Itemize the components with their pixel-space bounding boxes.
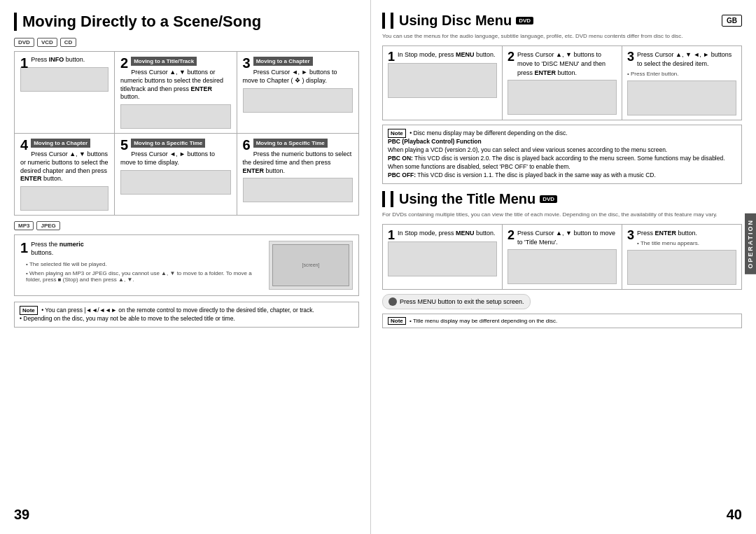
- press-numeric-step: 1: [20, 241, 28, 255]
- tag-cd: CD: [60, 38, 77, 47]
- step-4-image: [20, 186, 108, 211]
- step-1-number: 1: [20, 56, 28, 70]
- disc-step-1-text: In Stop mode, press MENU button.: [398, 50, 497, 59]
- step-2-number: 2: [120, 56, 128, 70]
- operation-bar: OPERATION: [745, 213, 756, 274]
- title-step-3-text: Press ENTER button.: [637, 229, 736, 238]
- note-box-disc: Note • Disc menu display may be differen…: [382, 125, 742, 184]
- note-label-left: Note: [20, 306, 38, 315]
- step-3-number: 3: [243, 56, 251, 70]
- note-disc-line1: • Disc menu display may be different dep…: [410, 129, 567, 136]
- circle-icon: [388, 297, 397, 306]
- pbc-off: PBC OFF: This VCD disc is version 1.1. T…: [388, 171, 656, 178]
- pbc-label: PBC (Playback Control) Function: [388, 138, 482, 145]
- tag-vcd: VCD: [37, 38, 57, 47]
- disc-step-2-image: [507, 80, 617, 115]
- title-step-1-text: In Stop mode, press MENU button.: [398, 229, 497, 238]
- disc-step-1-image: [388, 63, 497, 98]
- steps-row-1: 1 Press INFO button. Moving to a Title/T…: [15, 52, 358, 134]
- step-1-cell: 1 Press INFO button.: [15, 52, 115, 133]
- disc-menu-steps: 1 In Stop mode, press MENU button. 2 Pre…: [382, 45, 742, 120]
- step-2-cell: Moving to a Title/Track 2 Press Cursor ▲…: [115, 52, 237, 133]
- disc-step-3-text: Press Cursor ▲, ▼ ◄, ► buttons to select…: [637, 50, 736, 68]
- disc-menu-title-text: Using Disc Menu: [391, 13, 512, 29]
- note-title-text: • Title menu display may be different de…: [410, 318, 557, 324]
- press-numeric-label: 1 Press the numericbuttons.: [20, 241, 262, 257]
- tag-jpeg: JPEG: [36, 221, 59, 230]
- note-label-disc: Note: [388, 129, 406, 138]
- disc-step-2: 2 Press Cursor ▲, ▼ buttons to move to '…: [503, 46, 622, 120]
- step-1-image: [20, 67, 108, 92]
- step-1-text: Press INFO button.: [20, 56, 108, 64]
- step-4-number: 4: [20, 138, 28, 152]
- disc-step-3-image: [627, 80, 736, 115]
- step-2-image: [120, 104, 231, 129]
- mp3-screen-thumb: [screen]: [272, 244, 349, 286]
- disc-step-2-text: Press Cursor ▲, ▼ buttons to move to 'DI…: [517, 50, 617, 77]
- mp3-note-1: • The selected file will be played.: [20, 261, 262, 267]
- disc-menu-badge: DVD: [516, 17, 533, 24]
- press-menu-note-text: Press MENU button to exit the setup scre…: [400, 298, 524, 305]
- title-step-1-image: [388, 241, 497, 276]
- pbc-desc: When playing a VCD (version 2.0), you ca…: [388, 146, 667, 153]
- right-page: Using Disc Menu DVD GB You can use the m…: [371, 0, 756, 534]
- step-5-number: 5: [120, 138, 128, 152]
- note-box-title: Note • Title menu display may be differe…: [382, 314, 742, 328]
- steps-row-2: Moving to a Chapter 4 Press Cursor ▲, ▼ …: [15, 134, 358, 215]
- tags-row-2: MP3 JPEG: [14, 221, 359, 230]
- title-step-2-number: 2: [507, 229, 514, 241]
- moving-chapter-header1: Moving to a Chapter: [253, 57, 313, 66]
- moving-title-header: Moving to a Title/Track: [131, 57, 197, 66]
- disc-menu-header-row: Using Disc Menu DVD GB: [382, 13, 742, 29]
- disc-step-1-number: 1: [388, 50, 395, 63]
- note-text-2: • Depending on the disc, you may not be …: [20, 315, 235, 322]
- title-step-2: 2 Press Cursor ▲, ▼ button to move to 'T…: [503, 225, 622, 289]
- steps-grid-row1: 1 Press INFO button. Moving to a Title/T…: [14, 51, 359, 216]
- mp3-note-2: • When playing an MP3 or JPEG disc, you …: [20, 270, 262, 283]
- press-menu-note: Press MENU button to exit the setup scre…: [382, 294, 531, 309]
- mp3-section: 1 Press the numericbuttons. • The select…: [14, 234, 359, 296]
- left-page-title: Moving Directly to a Scene/Song: [14, 13, 359, 31]
- title-step-1-number: 1: [388, 229, 395, 241]
- title-menu-title: Using the Title Menu DVD: [382, 191, 742, 207]
- title-menu-steps: 1 In Stop mode, press MENU button. 2 Pre…: [382, 224, 742, 290]
- page-number-left: 39: [14, 507, 29, 523]
- moving-chapter-header2: Moving to a Chapter: [31, 139, 90, 148]
- title-menu-badge: DVD: [540, 195, 557, 203]
- step-6-image: [243, 178, 354, 202]
- moving-specific-header2: Moving to a Specific Time: [253, 139, 328, 148]
- gb-badge: GB: [722, 15, 742, 27]
- left-page: Moving Directly to a Scene/Song DVD VCD …: [0, 0, 371, 534]
- tag-mp3: MP3: [14, 221, 34, 230]
- title-menu-subtitle: For DVDs containing multiple titles, you…: [382, 211, 742, 218]
- tags-row-1: DVD VCD CD: [14, 38, 359, 47]
- step-3-image: [243, 88, 354, 113]
- step-6-cell: Moving to a Specific Time 6 Press the nu…: [237, 134, 359, 215]
- disc-step-3-number: 3: [627, 50, 634, 63]
- disc-step-1: 1 In Stop mode, press MENU button.: [383, 46, 503, 120]
- title-step-2-text: Press Cursor ▲, ▼ button to move to 'Tit…: [517, 229, 617, 246]
- title-step-2-image: [507, 249, 617, 284]
- disc-step-3: 3 Press Cursor ▲, ▼ ◄, ► buttons to sele…: [622, 46, 741, 120]
- note-label-title: Note: [388, 317, 406, 325]
- step-2-text: Press Cursor ▲, ▼ buttons or numeric but…: [120, 69, 231, 101]
- title-step-3-image: [627, 250, 736, 285]
- step-6-text: Press the numeric buttons to select the …: [243, 150, 354, 175]
- title-step-1: 1 In Stop mode, press MENU button.: [383, 225, 503, 289]
- disc-step-3-sub: • Press Enter button.: [627, 71, 736, 78]
- step-3-text: Press Cursor ◄, ► buttons to move to Cha…: [243, 69, 354, 85]
- title-menu-title-text: Using the Title Menu: [391, 191, 536, 207]
- step-4-cell: Moving to a Chapter 4 Press Cursor ▲, ▼ …: [15, 134, 115, 215]
- page-number-right: 40: [727, 507, 742, 523]
- step-5-text: Press Cursor ◄, ► buttons to move to tim…: [120, 150, 231, 167]
- step-3-cell: Moving to a Chapter 3 Press Cursor ◄, ► …: [237, 52, 359, 133]
- mp3-left-content: 1 Press the numericbuttons. • The select…: [20, 241, 262, 290]
- step-4-text: Press Cursor ▲, ▼ buttons or numeric but…: [20, 150, 108, 183]
- title-step-3: 3 Press ENTER button. • The title menu a…: [622, 225, 741, 289]
- tag-dvd: DVD: [14, 38, 34, 47]
- moving-specific-header1: Moving to a Specific Time: [131, 139, 205, 148]
- step-5-image: [120, 170, 231, 195]
- note-text-1: • You can press |◄◄/◄◄► on the remote co…: [41, 307, 314, 314]
- title-step-3-number: 3: [627, 229, 634, 241]
- press-numeric-text: Press the numericbuttons.: [20, 241, 262, 257]
